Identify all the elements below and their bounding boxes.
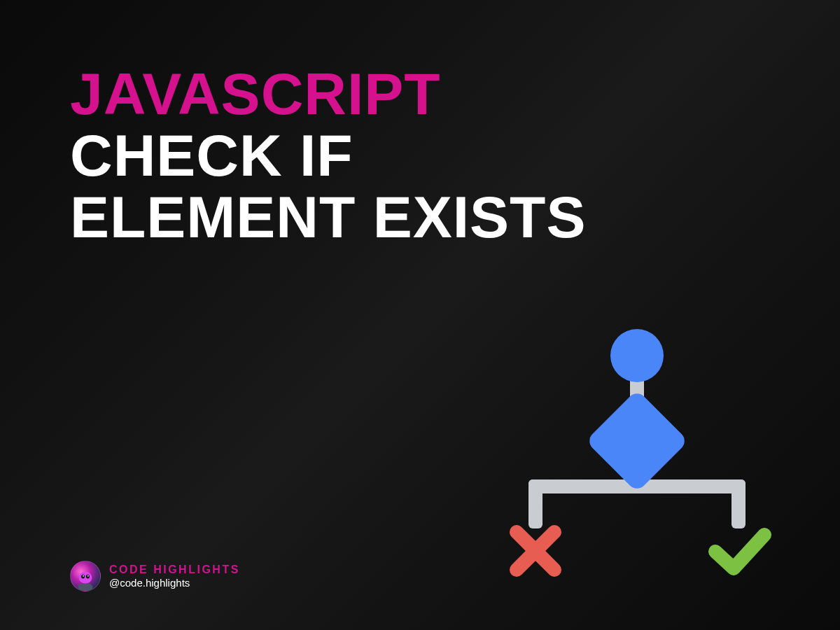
title-line-2: CHECK IF (70, 125, 586, 186)
avatar-mascot-icon (74, 567, 97, 591)
title-line-3: ELEMENT EXISTS (70, 186, 586, 248)
avatar (70, 561, 101, 592)
flowchart-start-circle-icon (610, 329, 664, 382)
brand-name: CODE HIGHLIGHTS (109, 563, 240, 576)
svg-rect-6 (78, 585, 82, 590)
flowchart-decision-diamond-icon (585, 389, 688, 492)
title-block: JAVASCRIPT CHECK IF ELEMENT EXISTS (70, 63, 586, 248)
x-mark-icon (517, 532, 554, 570)
social-handle: @code.highlights (109, 577, 240, 589)
svg-point-0 (79, 572, 92, 584)
svg-point-4 (88, 575, 89, 577)
check-mark-icon (715, 535, 764, 568)
title-line-1: JAVASCRIPT (70, 63, 586, 125)
connector-left-down-icon (528, 479, 542, 528)
svg-point-3 (83, 575, 84, 577)
svg-rect-7 (89, 585, 92, 590)
connector-right-down-icon (732, 479, 746, 528)
flowchart-diagram (490, 322, 784, 588)
attribution-text: CODE HIGHLIGHTS @code.highlights (109, 563, 240, 589)
attribution: CODE HIGHLIGHTS @code.highlights (70, 561, 240, 592)
